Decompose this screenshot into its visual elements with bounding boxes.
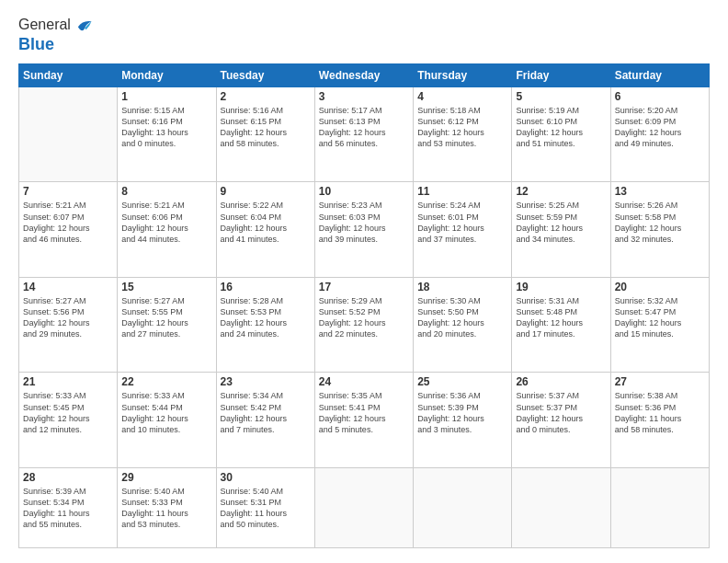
day-number: 11 bbox=[417, 185, 507, 198]
day-info: Sunrise: 5:33 AM Sunset: 5:45 PM Dayligh… bbox=[23, 390, 113, 435]
weekday-header-tuesday: Tuesday bbox=[216, 64, 314, 87]
day-number: 29 bbox=[121, 471, 211, 484]
day-number: 30 bbox=[221, 471, 311, 484]
calendar-cell: 24Sunrise: 5:35 AM Sunset: 5:41 PM Dayli… bbox=[314, 373, 413, 467]
day-info: Sunrise: 5:40 AM Sunset: 5:33 PM Dayligh… bbox=[121, 486, 211, 531]
day-number: 15 bbox=[121, 281, 211, 293]
day-number: 23 bbox=[221, 375, 311, 388]
calendar-cell: 30Sunrise: 5:40 AM Sunset: 5:31 PM Dayli… bbox=[216, 467, 314, 547]
day-info: Sunrise: 5:32 AM Sunset: 5:47 PM Dayligh… bbox=[615, 295, 705, 340]
day-number: 26 bbox=[516, 375, 606, 388]
day-info: Sunrise: 5:33 AM Sunset: 5:44 PM Dayligh… bbox=[121, 390, 211, 435]
calendar-cell: 10Sunrise: 5:23 AM Sunset: 6:03 PM Dayli… bbox=[314, 182, 413, 277]
day-number: 21 bbox=[23, 375, 113, 388]
calendar-cell: 7Sunrise: 5:21 AM Sunset: 6:07 PM Daylig… bbox=[19, 182, 118, 277]
week-row-4: 21Sunrise: 5:33 AM Sunset: 5:45 PM Dayli… bbox=[19, 373, 710, 467]
calendar-cell: 6Sunrise: 5:20 AM Sunset: 6:09 PM Daylig… bbox=[610, 87, 709, 182]
logo: General Blue bbox=[18, 15, 93, 54]
calendar-cell: 20Sunrise: 5:32 AM Sunset: 5:47 PM Dayli… bbox=[610, 277, 709, 372]
day-info: Sunrise: 5:22 AM Sunset: 6:04 PM Dayligh… bbox=[221, 200, 311, 245]
logo-general-text: General bbox=[18, 17, 71, 33]
day-info: Sunrise: 5:24 AM Sunset: 6:01 PM Dayligh… bbox=[417, 200, 507, 245]
calendar-cell: 15Sunrise: 5:27 AM Sunset: 5:55 PM Dayli… bbox=[118, 277, 216, 372]
calendar-cell: 17Sunrise: 5:29 AM Sunset: 5:52 PM Dayli… bbox=[314, 277, 413, 372]
day-info: Sunrise: 5:29 AM Sunset: 5:52 PM Dayligh… bbox=[319, 295, 409, 340]
day-number: 13 bbox=[615, 185, 705, 198]
calendar-cell: 13Sunrise: 5:26 AM Sunset: 5:58 PM Dayli… bbox=[610, 182, 709, 277]
day-info: Sunrise: 5:23 AM Sunset: 6:03 PM Dayligh… bbox=[319, 200, 409, 245]
day-number: 6 bbox=[615, 90, 705, 103]
day-number: 18 bbox=[417, 281, 507, 293]
calendar-cell: 3Sunrise: 5:17 AM Sunset: 6:13 PM Daylig… bbox=[314, 87, 413, 182]
day-info: Sunrise: 5:35 AM Sunset: 5:41 PM Dayligh… bbox=[319, 390, 409, 435]
calendar-cell: 28Sunrise: 5:39 AM Sunset: 5:34 PM Dayli… bbox=[19, 467, 118, 547]
weekday-header-wednesday: Wednesday bbox=[314, 64, 413, 87]
calendar-cell: 21Sunrise: 5:33 AM Sunset: 5:45 PM Dayli… bbox=[19, 373, 118, 467]
day-number: 8 bbox=[121, 185, 211, 198]
day-number: 14 bbox=[23, 281, 113, 293]
day-info: Sunrise: 5:19 AM Sunset: 6:10 PM Dayligh… bbox=[516, 105, 606, 150]
weekday-header-thursday: Thursday bbox=[414, 64, 512, 87]
weekday-header-saturday: Saturday bbox=[610, 64, 709, 87]
day-info: Sunrise: 5:20 AM Sunset: 6:09 PM Dayligh… bbox=[615, 105, 705, 150]
calendar-cell: 9Sunrise: 5:22 AM Sunset: 6:04 PM Daylig… bbox=[216, 182, 314, 277]
day-info: Sunrise: 5:18 AM Sunset: 6:12 PM Dayligh… bbox=[417, 105, 507, 150]
day-number: 17 bbox=[319, 281, 409, 293]
day-number: 1 bbox=[121, 90, 211, 103]
day-number: 16 bbox=[221, 281, 311, 293]
day-number: 7 bbox=[23, 185, 113, 198]
calendar-cell bbox=[414, 467, 512, 547]
day-info: Sunrise: 5:21 AM Sunset: 6:06 PM Dayligh… bbox=[121, 200, 211, 245]
logo-bird-icon bbox=[73, 15, 93, 35]
weekday-header-sunday: Sunday bbox=[19, 64, 118, 87]
day-info: Sunrise: 5:34 AM Sunset: 5:42 PM Dayligh… bbox=[221, 390, 311, 435]
day-info: Sunrise: 5:40 AM Sunset: 5:31 PM Dayligh… bbox=[221, 486, 311, 531]
calendar-cell: 2Sunrise: 5:16 AM Sunset: 6:15 PM Daylig… bbox=[216, 87, 314, 182]
day-info: Sunrise: 5:30 AM Sunset: 5:50 PM Dayligh… bbox=[417, 295, 507, 340]
day-info: Sunrise: 5:25 AM Sunset: 5:59 PM Dayligh… bbox=[516, 200, 606, 245]
day-info: Sunrise: 5:36 AM Sunset: 5:39 PM Dayligh… bbox=[417, 390, 507, 435]
calendar-cell: 1Sunrise: 5:15 AM Sunset: 6:16 PM Daylig… bbox=[118, 87, 216, 182]
day-info: Sunrise: 5:28 AM Sunset: 5:53 PM Dayligh… bbox=[221, 295, 311, 340]
calendar-cell bbox=[314, 467, 413, 547]
calendar-cell: 5Sunrise: 5:19 AM Sunset: 6:10 PM Daylig… bbox=[512, 87, 610, 182]
page: General Blue SundayMondayTuesdayWednesda… bbox=[0, 0, 728, 563]
calendar-cell: 18Sunrise: 5:30 AM Sunset: 5:50 PM Dayli… bbox=[414, 277, 512, 372]
week-row-3: 14Sunrise: 5:27 AM Sunset: 5:56 PM Dayli… bbox=[19, 277, 710, 372]
day-number: 9 bbox=[221, 185, 311, 198]
day-number: 19 bbox=[516, 281, 606, 293]
calendar-cell: 11Sunrise: 5:24 AM Sunset: 6:01 PM Dayli… bbox=[414, 182, 512, 277]
day-info: Sunrise: 5:37 AM Sunset: 5:37 PM Dayligh… bbox=[516, 390, 606, 435]
day-number: 12 bbox=[516, 185, 606, 198]
weekday-header-monday: Monday bbox=[118, 64, 216, 87]
day-number: 20 bbox=[615, 281, 705, 293]
calendar-cell: 23Sunrise: 5:34 AM Sunset: 5:42 PM Dayli… bbox=[216, 373, 314, 467]
day-number: 3 bbox=[319, 90, 409, 103]
day-number: 28 bbox=[23, 471, 113, 484]
day-number: 2 bbox=[221, 90, 311, 103]
day-info: Sunrise: 5:26 AM Sunset: 5:58 PM Dayligh… bbox=[615, 200, 705, 245]
calendar-cell: 4Sunrise: 5:18 AM Sunset: 6:12 PM Daylig… bbox=[414, 87, 512, 182]
calendar-cell bbox=[512, 467, 610, 547]
day-number: 24 bbox=[319, 375, 409, 388]
calendar-cell bbox=[19, 87, 118, 182]
weekday-header-row: SundayMondayTuesdayWednesdayThursdayFrid… bbox=[19, 64, 710, 87]
calendar-cell bbox=[610, 467, 709, 547]
week-row-5: 28Sunrise: 5:39 AM Sunset: 5:34 PM Dayli… bbox=[19, 467, 710, 547]
logo-blue-text: Blue bbox=[18, 35, 93, 54]
calendar-table: SundayMondayTuesdayWednesdayThursdayFrid… bbox=[18, 63, 710, 548]
calendar-cell: 14Sunrise: 5:27 AM Sunset: 5:56 PM Dayli… bbox=[19, 277, 118, 372]
day-info: Sunrise: 5:39 AM Sunset: 5:34 PM Dayligh… bbox=[23, 486, 113, 531]
day-number: 5 bbox=[516, 90, 606, 103]
calendar-cell: 27Sunrise: 5:38 AM Sunset: 5:36 PM Dayli… bbox=[610, 373, 709, 467]
day-number: 27 bbox=[615, 375, 705, 388]
day-info: Sunrise: 5:15 AM Sunset: 6:16 PM Dayligh… bbox=[121, 105, 211, 150]
calendar-cell: 8Sunrise: 5:21 AM Sunset: 6:06 PM Daylig… bbox=[118, 182, 216, 277]
calendar-cell: 12Sunrise: 5:25 AM Sunset: 5:59 PM Dayli… bbox=[512, 182, 610, 277]
calendar-cell: 19Sunrise: 5:31 AM Sunset: 5:48 PM Dayli… bbox=[512, 277, 610, 372]
day-number: 25 bbox=[417, 375, 507, 388]
day-number: 22 bbox=[121, 375, 211, 388]
day-number: 4 bbox=[417, 90, 507, 103]
week-row-1: 1Sunrise: 5:15 AM Sunset: 6:16 PM Daylig… bbox=[19, 87, 710, 182]
day-info: Sunrise: 5:31 AM Sunset: 5:48 PM Dayligh… bbox=[516, 295, 606, 340]
